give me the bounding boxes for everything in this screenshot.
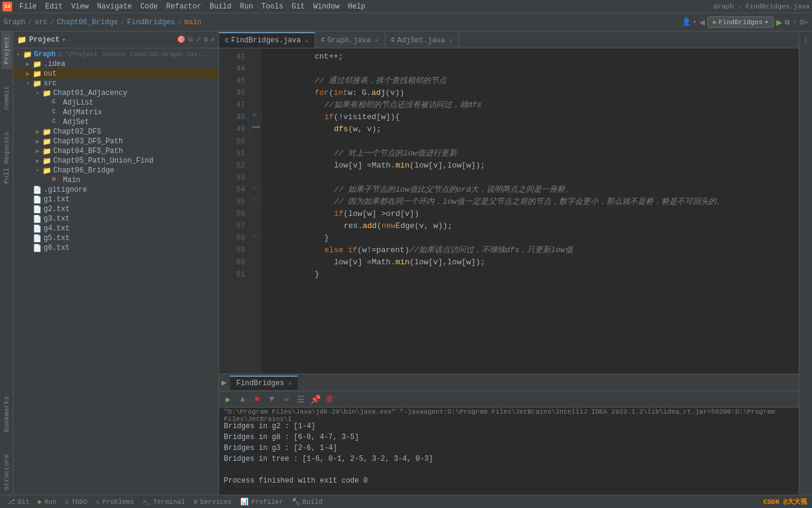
gutter-arrow-49[interactable]: ⟹ (251, 123, 260, 131)
menu-code[interactable]: Code (137, 2, 162, 11)
run-config-btn[interactable]: ▶ FindBridges ▾ (707, 16, 774, 28)
problems-status[interactable]: ⚠ Problems (93, 498, 136, 506)
breadcrumb-src[interactable]: src (34, 18, 48, 27)
tree-chapt05[interactable]: ▶ 📁 Chapt05_Path_Union_Find (13, 156, 218, 166)
settings-icon[interactable]: ⚙ (204, 35, 208, 44)
output-line-g8: Bridges in g8 : [6-8, 4-7, 3-5] (224, 432, 794, 443)
run-tab-findbridges[interactable]: FindBridges ✕ (230, 376, 298, 390)
terminal-status[interactable]: >_ Terminal (140, 498, 188, 506)
vtab-bookmarks[interactable]: Bookmarks (1, 391, 12, 437)
expand-icon[interactable]: ⤢ (195, 35, 201, 44)
tree-chapt02[interactable]: ▶ 📁 Chapt02_DFS (13, 127, 218, 137)
tab-close-findbridges[interactable]: ✕ (304, 37, 309, 45)
run-list-btn[interactable]: ☰ (294, 392, 307, 406)
menu-run[interactable]: Run (236, 2, 257, 11)
services-icon: ⚙ (194, 498, 198, 506)
run-trash-btn[interactable]: 🗑 (323, 392, 336, 406)
run-output[interactable]: "D:\Program Files\Java\jdk-20\bin\java.e… (219, 408, 799, 495)
menu-tools[interactable]: Tools (258, 2, 287, 11)
tree-g1txt[interactable]: ▶ 📄 g1.txt (13, 195, 218, 204)
breadcrumb-chapt06[interactable]: Chapt06_Bridge (57, 18, 118, 27)
profiler-status[interactable]: 📊 Profiler (238, 498, 286, 506)
breadcrumb-main[interactable]: main (184, 18, 201, 27)
run-up-btn[interactable]: ▲ (236, 392, 249, 406)
tree-chapt03[interactable]: ▶ 📁 Chapt03_DFS_Path (13, 137, 218, 146)
menu-edit[interactable]: Edit (42, 2, 67, 11)
git-status[interactable]: ⎇ Git (5, 498, 32, 506)
side-panel: 📁 Project ▾ 🎯 ⊟ ⤢ ⚙ ✕ ▾ 📁 Graph D:\Proje… (13, 31, 219, 495)
close-icon[interactable]: ✕ (211, 35, 215, 44)
code-line-48: if(!visited[w]){ (266, 111, 794, 123)
tab-close-adjset[interactable]: ✕ (449, 36, 453, 44)
menu-navigate[interactable]: Navigate (93, 2, 136, 11)
tree-adjlist[interactable]: ▶ C AdjList (13, 98, 218, 108)
build-button[interactable]: ⚙ (785, 17, 790, 27)
gutter-fold-58[interactable]: ▷ (253, 232, 257, 239)
vtab-project[interactable]: Project (1, 31, 12, 69)
tree-chapt01[interactable]: ▾ 📁 Chapt01_Adjacency (13, 88, 218, 98)
tree-g3txt[interactable]: ▶ 📄 g3.txt (13, 214, 218, 224)
vtab-pull-requests[interactable]: Pull Requests (1, 127, 12, 189)
tree-idea[interactable]: ▶ 📁 .idea (13, 59, 218, 69)
gutter-fold-55[interactable]: ▷ (253, 196, 257, 203)
tree-g4txt[interactable]: ▶ 📄 g4.txt (13, 224, 218, 233)
tree-chapt04[interactable]: ▶ 📁 Chapt04_BFS_Path (13, 146, 218, 156)
tree-chapt06[interactable]: ▾ 📁 Chapt06_Bridge (13, 166, 218, 175)
code-editor: 43 44 45 46 47 48 49 50 51 52 53 54 55 5… (219, 48, 799, 374)
tree-adjmatrix[interactable]: ▶ C AdjMatrix (13, 108, 218, 117)
tree-src[interactable]: ▾ 📁 src (13, 79, 218, 88)
window-title: Graph - FindBridges.java (714, 3, 810, 10)
menu-build[interactable]: Build (206, 2, 235, 11)
vtab-commit[interactable]: Commit (1, 81, 12, 115)
menu-git[interactable]: Git (288, 2, 309, 11)
menu-help[interactable]: Help (344, 2, 369, 11)
tree-root[interactable]: ▾ 📁 Graph D:\Project Source Code\DS-Grap… (13, 50, 218, 59)
tab-close-graph[interactable]: ✕ (375, 36, 379, 44)
run-down-btn[interactable]: ▼ (265, 392, 278, 406)
tree-main-java[interactable]: ▶ m Main (13, 175, 218, 185)
gutter-fold-54[interactable]: ▷ (253, 184, 257, 191)
project-dropdown[interactable]: ▾ (62, 36, 65, 44)
menu-window[interactable]: Window (310, 2, 343, 11)
vtab-structure[interactable]: Structure (1, 449, 12, 495)
menu-view[interactable]: View (68, 2, 93, 11)
vcs-button[interactable]: 👤▾ (682, 18, 696, 27)
run-button[interactable]: ▶ (776, 16, 782, 28)
menu-file[interactable]: File (16, 2, 41, 11)
menu-refactor[interactable]: Refactor (163, 2, 205, 11)
tree-g2txt[interactable]: ▶ 📄 g2.txt (13, 204, 218, 214)
todo-status[interactable]: ☑ TODO (62, 498, 90, 506)
code-line-46: for(int w: G.adj(v)) (266, 87, 794, 99)
tree-out[interactable]: ▶ 📁 out (13, 69, 218, 79)
problems-icon: ⚠ (96, 498, 100, 506)
code-content[interactable]: cnt ++; // 通过邻接表，挨个查找相邻的节点 for(int w: G.… (261, 48, 799, 374)
tree-gitignore[interactable]: ▶ 📄 .gitignore (13, 185, 218, 195)
run-stop-btn[interactable]: ■ (250, 392, 264, 406)
gutter-breakpoint-48[interactable]: ▷ (253, 111, 257, 119)
deploy-button[interactable]: ↑ (792, 18, 797, 27)
collapse-all-icon[interactable]: ⊟ (188, 35, 192, 44)
tree-g5txt[interactable]: ▶ 📄 g5.txt (13, 233, 218, 243)
code-line-44 (266, 63, 794, 75)
run-play-btn[interactable]: ▶ (221, 392, 235, 406)
breadcrumb-graph[interactable]: Graph (4, 18, 25, 27)
scroll-indicator[interactable]: | (800, 34, 812, 46)
tree-g6txt[interactable]: ▶ 📄 g6.txt (13, 243, 218, 253)
run-tab-close[interactable]: ✕ (288, 379, 292, 387)
undo-button[interactable]: ◀ (699, 16, 706, 28)
tab-adjset[interactable]: C AdjSet.java ✕ (385, 32, 460, 48)
tree-adjset[interactable]: ▶ C AdjSet (13, 117, 218, 127)
run-wrap-btn[interactable]: ↩ (280, 392, 293, 406)
tab-findbridges[interactable]: C FindBridges.java ✕ (219, 32, 315, 48)
code-line-43: cnt ++; (266, 51, 794, 63)
output-line-exit: Process finished with exit code 0 (224, 475, 794, 486)
run-pin-btn[interactable]: 📌 (309, 392, 322, 406)
locate-icon[interactable]: 🎯 (177, 35, 186, 44)
run-tab-icon: ▶ (221, 377, 226, 388)
build-status[interactable]: 🔨 Build (289, 498, 325, 506)
tab-graph[interactable]: C Graph.java ✕ (315, 32, 385, 48)
services-status[interactable]: ⚙ Services (191, 498, 234, 506)
more-actions-button[interactable]: ⚙▾ (800, 17, 808, 27)
breadcrumb-findbridges[interactable]: FindBridges (127, 18, 175, 27)
run-status[interactable]: ▶ Run (36, 498, 59, 506)
